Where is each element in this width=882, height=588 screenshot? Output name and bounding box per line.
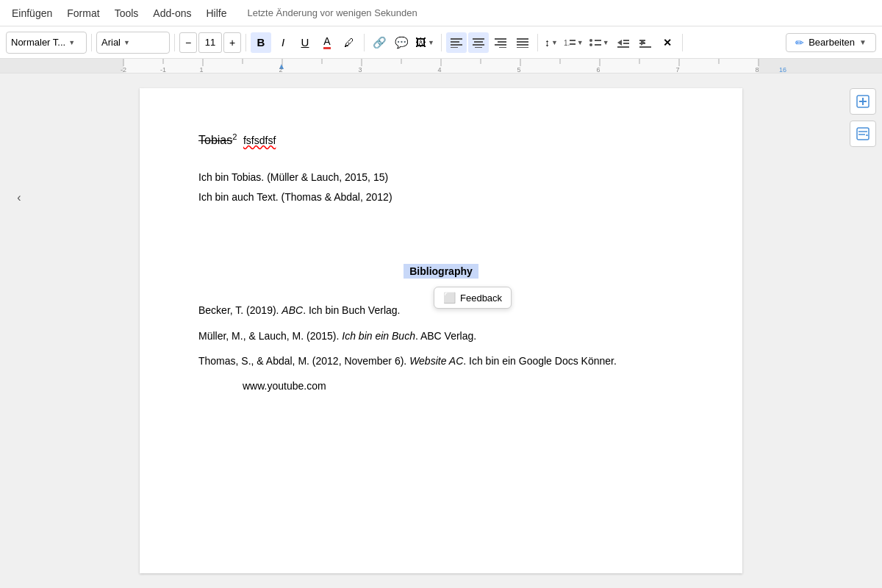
svg-marker-23: [617, 40, 622, 46]
pencil-icon: ✏: [795, 37, 804, 49]
svg-rect-28: [639, 40, 645, 41]
title-strikethrough: Tobias: [198, 134, 232, 146]
separator-3: [245, 34, 246, 51]
menu-tools[interactable]: Tools: [109, 4, 145, 22]
decrease-indent-button[interactable]: [613, 32, 634, 53]
ruler: 1 2 3 4 5 6 7 8 -2 -1 16: [0, 59, 882, 74]
highlight-button[interactable]: 🖊: [339, 32, 359, 53]
svg-text:-2: -2: [121, 66, 126, 74]
align-right-button[interactable]: [490, 32, 511, 53]
title-superscript: 2: [232, 132, 237, 141]
svg-rect-26: [617, 46, 629, 48]
bib-entry-1-italic: ABC: [282, 304, 303, 316]
svg-rect-13: [517, 41, 528, 43]
doc-area: Tobias2 fsfsdfsf Ich bin Tobias. (Müller…: [38, 74, 844, 588]
svg-text:-1: -1: [160, 66, 166, 74]
paragraph-2: Ich bin auch Text. (Thomas & Abdal, 2012…: [198, 189, 684, 205]
menu-hilfe[interactable]: Hilfe: [200, 4, 232, 22]
bib-entry-2: Müller, M., & Lauch, M. (2015). Ich bin …: [198, 328, 684, 344]
clear-format-button[interactable]: ✕: [657, 32, 678, 53]
svg-rect-20: [595, 40, 601, 41]
comment-button[interactable]: 💬: [391, 32, 412, 53]
separator-7: [682, 34, 683, 51]
svg-rect-9: [498, 41, 506, 43]
font-size-input[interactable]: [198, 32, 222, 53]
edit-button-label: Bearbeiten: [808, 37, 855, 48]
left-sidebar: ‹: [0, 74, 38, 588]
svg-text:7: 7: [675, 66, 679, 74]
separator-1: [91, 34, 92, 51]
svg-text:3: 3: [358, 66, 362, 74]
svg-text:2: 2: [279, 66, 282, 74]
edit-button[interactable]: ✏ Bearbeiten ▼: [786, 33, 876, 52]
svg-rect-18: [570, 43, 576, 45]
menu-addons[interactable]: Add-ons: [147, 4, 197, 22]
increase-indent-button[interactable]: [635, 32, 656, 53]
doc-page: Tobias2 fsfsdfsf Ich bin Tobias. (Müller…: [140, 88, 742, 573]
edit-button-chevron-icon: ▼: [859, 38, 867, 46]
menu-format[interactable]: Format: [61, 4, 105, 22]
title-squiggly: fsfsdfsf: [243, 135, 276, 146]
svg-rect-7: [475, 47, 482, 48]
svg-rect-14: [517, 44, 528, 46]
svg-rect-32: [0, 59, 123, 74]
right-sidebar: [844, 74, 882, 588]
link-button[interactable]: 🔗: [369, 32, 390, 53]
add-comment-button[interactable]: [850, 88, 876, 115]
bold-button[interactable]: B: [251, 32, 271, 53]
underline-button[interactable]: U: [295, 32, 315, 53]
svg-rect-8: [495, 38, 506, 40]
svg-rect-11: [499, 47, 506, 48]
title-line: Tobias2 fsfsdfsf: [198, 132, 684, 147]
svg-rect-25: [623, 43, 629, 44]
bulleted-list-button[interactable]: ▼: [587, 32, 612, 53]
svg-rect-67: [857, 128, 869, 140]
svg-rect-33: [759, 59, 882, 74]
font-size-increase-button[interactable]: +: [223, 32, 241, 53]
align-left-button[interactable]: [446, 32, 467, 53]
align-center-button[interactable]: [468, 32, 489, 53]
font-selector[interactable]: Arial ▼: [96, 32, 170, 54]
bib-entry-3: Thomas, S., & Abdal, M. (2012, November …: [198, 353, 684, 369]
line-spacing-button[interactable]: ↕ ▼: [542, 32, 560, 53]
bib-entry-3-rest: . Ich bin ein Google Docs Könner.: [463, 355, 617, 367]
feedback-tooltip[interactable]: ⬜ Feedback: [434, 287, 512, 309]
line-spacing-chevron-icon: ▼: [551, 39, 558, 46]
bulleted-list-chevron-icon: ▼: [603, 39, 609, 46]
style-selector[interactable]: Normaler T... ▼: [6, 32, 87, 54]
svg-point-21: [589, 43, 592, 46]
svg-rect-12: [517, 38, 528, 40]
bib-entry-2-rest: . ABC Verlag.: [415, 330, 476, 342]
image-chevron-icon: ▼: [428, 39, 434, 46]
svg-text:4: 4: [437, 66, 441, 74]
svg-rect-4: [473, 38, 484, 40]
menu-bar: Einfügen Format Tools Add-ons Hilfe Letz…: [0, 0, 882, 26]
align-justify-button[interactable]: [512, 32, 533, 53]
font-chevron-icon: ▼: [123, 39, 130, 46]
last-change-label: Letzte Änderung vor wenigen Sekunden: [247, 7, 417, 18]
svg-text:16: 16: [779, 66, 786, 74]
edit-suggest-icon: [856, 126, 870, 141]
numbered-list-chevron-icon: ▼: [577, 39, 584, 46]
font-size-control: − +: [179, 32, 241, 53]
svg-text:8: 8: [755, 66, 759, 74]
numbered-list-button[interactable]: 1. ▼: [562, 32, 586, 53]
text-color-button[interactable]: A: [317, 32, 337, 53]
separator-5: [441, 34, 442, 51]
font-size-decrease-button[interactable]: −: [179, 32, 197, 53]
svg-rect-22: [595, 44, 601, 46]
left-arrow-icon[interactable]: ‹: [17, 191, 21, 204]
italic-button[interactable]: I: [273, 32, 293, 53]
main-paragraphs: Ich bin Tobias. (Müller & Lauch, 2015, 1…: [198, 169, 684, 205]
image-button[interactable]: 🖼 ▼: [413, 32, 437, 53]
bib-entry-1-rest: . Ich bin Buch Verlag.: [303, 304, 400, 316]
svg-rect-29: [639, 43, 645, 44]
bib-entry-1-plain: Becker, T. (2019).: [198, 304, 282, 316]
svg-rect-15: [517, 47, 528, 48]
svg-rect-10: [495, 44, 506, 46]
svg-text:6: 6: [596, 66, 600, 74]
svg-point-19: [589, 39, 592, 42]
bib-entry-3-italic: Website AC: [409, 355, 463, 367]
suggest-edit-button[interactable]: [850, 121, 876, 147]
menu-einfuegen[interactable]: Einfügen: [6, 4, 58, 22]
